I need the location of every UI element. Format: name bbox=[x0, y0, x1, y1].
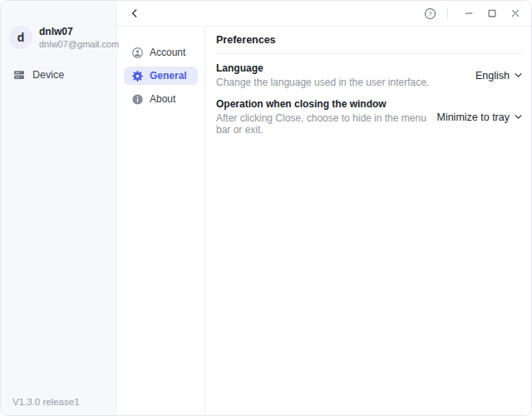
user-name: dnlw07 bbox=[39, 27, 116, 37]
maximize-icon bbox=[486, 7, 498, 19]
close-icon bbox=[510, 7, 521, 19]
back-button[interactable] bbox=[126, 4, 144, 22]
close-button[interactable] bbox=[506, 4, 525, 22]
help-button[interactable]: ? bbox=[421, 4, 439, 22]
svg-text:?: ? bbox=[428, 10, 432, 17]
language-dropdown[interactable]: English bbox=[475, 70, 523, 82]
sidebar-item-device[interactable]: Device bbox=[1, 64, 116, 86]
user-circle-icon bbox=[131, 47, 144, 59]
body: Account bbox=[117, 27, 531, 415]
minimize-icon bbox=[463, 7, 475, 19]
settings-nav: Account bbox=[117, 27, 205, 415]
minimize-button[interactable] bbox=[460, 4, 478, 22]
titlebar-divider bbox=[447, 7, 448, 19]
preferences-content: Preferences Language Change the language… bbox=[205, 27, 531, 415]
setting-text: Operation when closing the window After … bbox=[216, 98, 426, 136]
avatar: d bbox=[9, 26, 32, 49]
tab-label: About bbox=[150, 93, 175, 105]
app-version: V1.3.0 release1 bbox=[12, 397, 80, 407]
chevron-down-icon bbox=[514, 71, 523, 80]
user-email: dnlw07@gmail.com bbox=[39, 39, 116, 49]
chevron-down-icon bbox=[514, 112, 523, 121]
page-title: Preferences bbox=[216, 27, 523, 54]
sidebar: d dnlw07 dnlw07@gmail.com Device V1.3.0 … bbox=[1, 1, 117, 415]
setting-description: Change the language used in the user int… bbox=[216, 77, 429, 88]
tab-account[interactable]: Account bbox=[124, 43, 198, 62]
chevron-left-icon bbox=[129, 7, 140, 19]
user-profile[interactable]: d dnlw07 dnlw07@gmail.com bbox=[1, 26, 116, 49]
tab-about[interactable]: About bbox=[124, 90, 198, 108]
maximize-button[interactable] bbox=[483, 4, 501, 22]
close-operation-dropdown[interactable]: Minimize to tray bbox=[436, 111, 523, 123]
question-circle-icon: ? bbox=[424, 7, 436, 20]
tab-label: Account bbox=[150, 47, 185, 58]
setting-text: Language Change the language used in the… bbox=[216, 62, 429, 88]
tab-general[interactable]: General bbox=[124, 67, 198, 85]
main-panel: ? bbox=[117, 1, 531, 415]
setting-close-operation: Operation when closing the window After … bbox=[216, 98, 523, 136]
setting-label: Operation when closing the window bbox=[216, 98, 426, 110]
title-bar: ? bbox=[117, 1, 531, 27]
setting-language: Language Change the language used in the… bbox=[216, 62, 523, 88]
info-circle-icon bbox=[131, 93, 144, 106]
user-meta: dnlw07 dnlw07@gmail.com bbox=[39, 27, 116, 49]
app-window: d dnlw07 dnlw07@gmail.com Device V1.3.0 … bbox=[0, 0, 532, 416]
sidebar-item-label: Device bbox=[32, 69, 64, 81]
setting-label: Language bbox=[216, 62, 429, 74]
server-icon bbox=[12, 68, 26, 82]
gear-icon bbox=[131, 70, 144, 82]
dropdown-value: Minimize to tray bbox=[436, 111, 510, 123]
tab-label: General bbox=[150, 70, 187, 82]
setting-description: After clicking Close, choose to hide in … bbox=[216, 112, 426, 136]
dropdown-value: English bbox=[475, 70, 510, 82]
